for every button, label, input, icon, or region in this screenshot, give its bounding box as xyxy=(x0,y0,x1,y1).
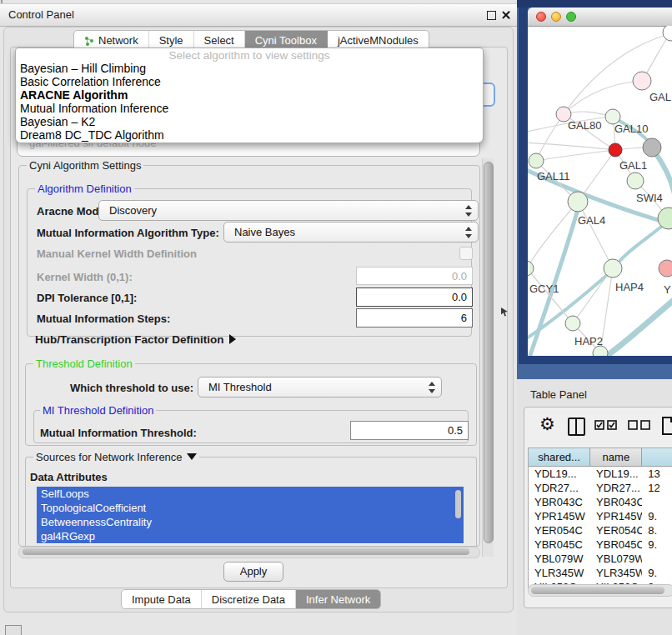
network-graph: GAL GAL80 GAL10 GAL1 GAL11 SWI4 GAL4 GCY… xyxy=(528,26,672,356)
mi-threshold-field[interactable]: 0.5 xyxy=(350,421,469,440)
cell: YER054C xyxy=(590,523,642,538)
cyni-bottom-tabs: Impute Data Discretize Data Infer Networ… xyxy=(121,589,381,609)
scrollbar-thumb[interactable] xyxy=(531,587,664,594)
network-node xyxy=(663,26,672,41)
dropdown-option[interactable]: Mutual Information Inference xyxy=(20,102,479,115)
scrollbar-thumb[interactable] xyxy=(23,548,469,555)
tab-impute-data[interactable]: Impute Data xyxy=(122,590,202,608)
network-canvas[interactable]: GAL GAL80 GAL10 GAL1 GAL11 SWI4 GAL4 GCY… xyxy=(528,26,672,356)
tab-discretize-data-label: Discretize Data xyxy=(212,593,285,606)
table-row[interactable]: YBR045CYBR045C9. xyxy=(529,538,672,552)
expand-arrow-icon xyxy=(229,334,236,344)
hub-definition-toggle[interactable]: Hub/Transcription Factor Definition xyxy=(35,333,236,346)
tab-discretize-data[interactable]: Discretize Data xyxy=(202,590,296,608)
mi-type-value: Naive Bayes xyxy=(234,226,295,238)
column-header[interactable]: name xyxy=(590,448,642,467)
table-row[interactable]: YER054CYER054C8. xyxy=(529,523,672,538)
cell: 12 xyxy=(642,481,672,495)
node-label: GCY1 xyxy=(529,282,559,295)
tab-infer-network[interactable]: Infer Network xyxy=(296,590,380,608)
kernel-width-field[interactable]: 0.0 xyxy=(356,267,473,285)
apply-button[interactable]: Apply xyxy=(223,562,283,582)
cell: 13 xyxy=(642,467,672,481)
zoom-traffic-light-icon[interactable] xyxy=(566,12,576,22)
table-row[interactable]: YBL079WYBL079W xyxy=(529,552,672,566)
table-row[interactable]: YDR27...YDR27...12 xyxy=(529,481,672,495)
table-row[interactable]: YLR345WYLR345W9. xyxy=(529,566,672,580)
network-node xyxy=(659,260,672,277)
mi-type-combo[interactable]: Naive Bayes xyxy=(223,222,479,242)
dropdown-option[interactable]: Bayesian – Hill Climbing xyxy=(20,62,479,75)
table-panel-title: Table Panel xyxy=(530,388,587,401)
column-header[interactable]: shared... xyxy=(529,448,590,467)
hub-definition-label: Hub/Transcription Factor Definition xyxy=(35,333,224,346)
list-item-selected[interactable]: gal4RGexp xyxy=(37,529,464,543)
right-region: GAL GAL80 GAL10 GAL1 GAL11 SWI4 GAL4 GCY… xyxy=(517,0,672,635)
cell: YBL079W xyxy=(529,552,590,566)
table-horizontal-scrollbar[interactable] xyxy=(528,584,672,597)
cell xyxy=(642,552,672,566)
control-panel-titlebar: Control Panel xyxy=(0,3,517,27)
dropdown-option-highlighted[interactable]: ARACNE Algorithm xyxy=(20,88,479,102)
data-attributes-list[interactable]: SelfLoops TopologicalCoefficient Between… xyxy=(37,487,464,544)
dpi-tolerance-label: DPI Tolerance [0,1]: xyxy=(37,292,137,304)
node-label: HAP4 xyxy=(615,281,644,293)
collapsed-panel-button[interactable] xyxy=(5,625,22,635)
dropdown-option[interactable]: Basic Correlation Inference xyxy=(20,75,479,88)
network-node xyxy=(568,192,588,212)
table-row[interactable]: YBR043CYBR043C xyxy=(529,495,672,509)
dpi-tolerance-field[interactable]: 0.0 xyxy=(356,288,473,307)
sources-group-toggle[interactable]: Sources for Network Inference xyxy=(33,451,199,463)
manual-kernel-label: Manual Kernel Width Definition xyxy=(37,248,197,260)
node-table[interactable]: shared... name YDL19...YDL19...13 YDR27.… xyxy=(528,448,672,588)
columns-icon[interactable] xyxy=(568,418,585,436)
node-label: GAL4 xyxy=(578,214,605,227)
node-label: GAL1 xyxy=(619,159,647,172)
column-header[interactable] xyxy=(642,448,672,467)
mi-type-label: Mutual Information Algorithm Type: xyxy=(37,227,219,239)
which-threshold-value: MI Threshold xyxy=(208,381,272,393)
network-node xyxy=(643,138,661,157)
network-icon xyxy=(84,36,94,46)
node-label: GAL xyxy=(649,91,671,103)
document-icon[interactable] xyxy=(661,417,672,435)
scrollbar-thumb[interactable] xyxy=(484,162,494,543)
data-attributes-label: Data Attributes xyxy=(30,471,108,483)
dropdown-option[interactable]: Bayesian – K2 xyxy=(20,115,479,128)
tab-impute-data-label: Impute Data xyxy=(132,593,191,606)
tab-network-label: Network xyxy=(98,34,138,47)
mi-steps-field[interactable]: 6 xyxy=(356,308,473,328)
algorithm-definition-title: Algorithm Definition xyxy=(35,182,134,195)
select-all-checkboxes-icon[interactable] xyxy=(594,420,618,430)
close-traffic-light-icon[interactable] xyxy=(536,12,546,22)
aracne-mode-combo[interactable]: Discovery xyxy=(98,200,479,221)
float-window-icon[interactable] xyxy=(487,11,496,20)
cell: YLR345W xyxy=(590,566,642,580)
list-scrollbar-thumb[interactable] xyxy=(455,490,461,518)
network-node xyxy=(633,72,651,90)
list-item-selected[interactable]: TopologicalCoefficient xyxy=(37,501,464,515)
threshold-definition-title: Threshold Definition xyxy=(33,358,135,370)
cell: YDR27... xyxy=(590,481,642,495)
minimize-traffic-light-icon[interactable] xyxy=(551,12,561,22)
aracne-mode-value: Discovery xyxy=(109,204,157,217)
kernel-width-label: Kernel Width (0,1): xyxy=(37,271,133,283)
manual-kernel-checkbox[interactable] xyxy=(459,247,473,260)
dropdown-option[interactable]: Dream8 DC_TDC Algorithm xyxy=(20,128,479,142)
deselect-all-checkboxes-icon[interactable] xyxy=(628,420,651,430)
table-row[interactable]: YPR145WYPR145W9. xyxy=(529,509,672,523)
which-threshold-combo[interactable]: MI Threshold xyxy=(198,377,442,398)
gear-icon[interactable]: ⚙ xyxy=(539,414,555,434)
settings-horizontal-scrollbar[interactable] xyxy=(18,547,480,558)
stepper-icon xyxy=(464,226,472,239)
tab-select-label: Select xyxy=(204,34,234,47)
network-window-titlebar[interactable] xyxy=(528,8,672,27)
close-icon[interactable] xyxy=(501,10,511,20)
list-item-selected[interactable]: BetweennessCentrality xyxy=(37,515,464,529)
cell: 9. xyxy=(642,566,672,580)
table-row[interactable]: YDL19...YDL19...13 xyxy=(529,467,672,481)
node-label: Y xyxy=(664,283,671,296)
network-view-window[interactable]: GAL GAL80 GAL10 GAL1 GAL11 SWI4 GAL4 GCY… xyxy=(528,8,672,356)
list-item-selected[interactable]: SelfLoops xyxy=(37,487,464,501)
settings-vertical-scrollbar[interactable] xyxy=(482,158,494,557)
